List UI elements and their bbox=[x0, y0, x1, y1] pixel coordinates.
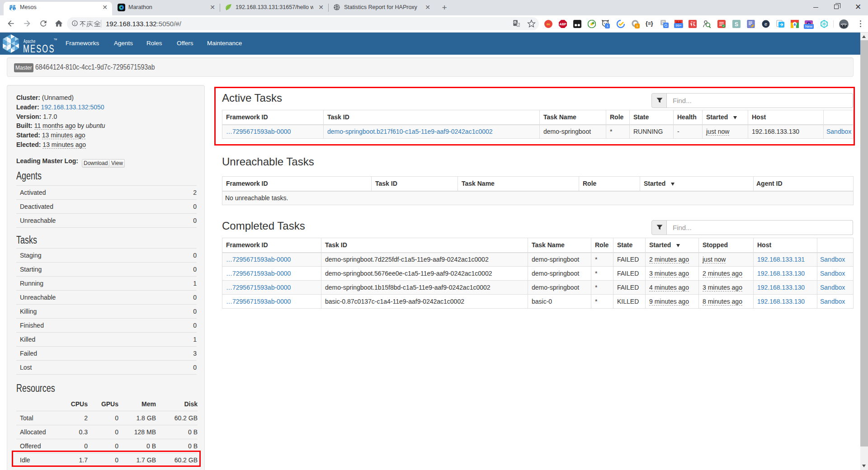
svg-text:S: S bbox=[735, 21, 738, 28]
svg-text:e: e bbox=[764, 21, 767, 27]
svg-text:∞: ∞ bbox=[547, 21, 550, 27]
svg-text:ABP: ABP bbox=[560, 23, 566, 26]
svg-text:G: G bbox=[664, 23, 667, 28]
